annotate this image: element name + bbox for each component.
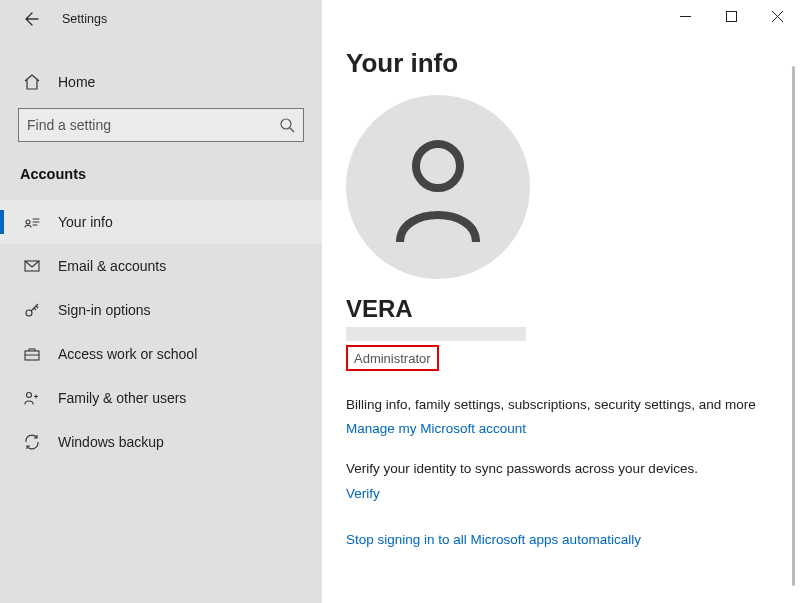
scrollbar[interactable] [790,66,798,594]
sidebar-item-windows-backup[interactable]: Windows backup [0,420,322,464]
sidebar-item-label: Email & accounts [58,258,166,274]
maximize-icon [726,11,737,22]
sidebar-item-label: Family & other users [58,390,186,406]
back-button[interactable] [18,5,46,33]
window-controls [662,0,800,32]
sidebar-item-signin-options[interactable]: Sign-in options [0,288,322,332]
manage-account-link[interactable]: Manage my Microsoft account [346,421,526,436]
maximize-button[interactable] [708,0,754,32]
user-role: Administrator [354,351,431,366]
close-button[interactable] [754,0,800,32]
search-input[interactable] [27,117,279,133]
key-icon [22,300,42,320]
verify-text: Verify your identity to sync passwords a… [346,459,776,479]
sidebar-item-family-users[interactable]: Family & other users [0,376,322,420]
role-highlight-box: Administrator [346,345,439,371]
sidebar-item-email-accounts[interactable]: Email & accounts [0,244,322,288]
page-title: Your info [346,48,776,79]
family-icon [22,388,42,408]
avatar [346,95,530,279]
back-arrow-icon [24,11,40,27]
sidebar-section-header: Accounts [0,156,322,200]
minimize-icon [680,11,691,22]
sidebar: Settings Home Accounts Your info Email &… [0,0,322,603]
sidebar-item-label: Sign-in options [58,302,151,318]
person-icon [388,132,488,242]
svg-point-0 [281,119,291,129]
sidebar-item-label: Your info [58,214,113,230]
window-title: Settings [62,12,107,26]
nav-home-label: Home [58,74,95,90]
home-icon [22,72,42,92]
billing-block: Billing info, family settings, subscript… [346,395,776,437]
titlebar-left: Settings [0,0,322,38]
main-content: Your info VERA Administrator Billing inf… [322,0,800,603]
minimize-button[interactable] [662,0,708,32]
svg-point-7 [416,144,460,188]
user-name: VERA [346,295,776,323]
verify-block: Verify your identity to sync passwords a… [346,459,776,501]
close-icon [772,11,783,22]
sidebar-item-access-work-school[interactable]: Access work or school [0,332,322,376]
billing-text: Billing info, family settings, subscript… [346,395,776,415]
sidebar-item-your-info[interactable]: Your info [0,200,322,244]
sync-icon [22,432,42,452]
scrollbar-thumb[interactable] [792,66,795,586]
main-pane: Your info VERA Administrator Billing inf… [322,0,800,603]
stop-signing-link[interactable]: Stop signing in to all Microsoft apps au… [346,532,641,547]
svg-rect-6 [726,11,736,21]
user-email-redacted [346,327,526,341]
nav-home[interactable]: Home [0,62,322,102]
sidebar-item-label: Windows backup [58,434,164,450]
person-card-icon [22,212,42,232]
mail-icon [22,256,42,276]
sidebar-item-label: Access work or school [58,346,197,362]
briefcase-icon [22,344,42,364]
svg-point-1 [26,220,30,224]
search-icon [279,117,295,133]
search-box[interactable] [18,108,304,142]
verify-link[interactable]: Verify [346,486,380,501]
svg-point-5 [27,393,32,398]
